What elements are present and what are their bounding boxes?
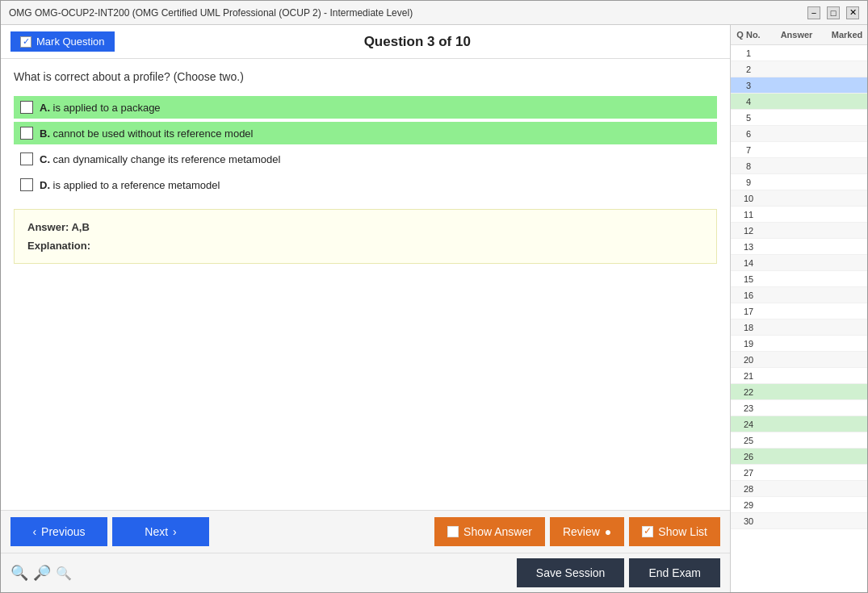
q-number: 9 xyxy=(731,177,766,187)
q-number: 6 xyxy=(731,129,766,139)
question-list-row[interactable]: 24 xyxy=(731,416,867,432)
explanation-text: Explanation: xyxy=(27,240,703,252)
question-list-row[interactable]: 17 xyxy=(731,303,867,319)
question-list-row[interactable]: 10 xyxy=(731,190,867,207)
options-list: A. is applied to a package B. cannot be … xyxy=(14,96,717,196)
window-controls: − □ ✕ xyxy=(807,6,859,19)
question-list-row[interactable]: 28 xyxy=(731,481,867,497)
question-list-row[interactable]: 2 xyxy=(731,61,867,77)
next-button[interactable]: Next › xyxy=(112,517,209,546)
review-dot-icon: ● xyxy=(605,525,611,538)
question-list-row[interactable]: 30 xyxy=(731,513,867,529)
q-number: 10 xyxy=(731,194,766,203)
question-list-row[interactable]: 26 xyxy=(731,449,867,465)
question-list-row[interactable]: 25 xyxy=(731,432,867,449)
show-list-button[interactable]: Show List xyxy=(629,517,720,546)
option-checkbox-A[interactable] xyxy=(20,101,33,114)
option-item[interactable]: C. can dynamically change its reference … xyxy=(14,148,717,170)
answer-text: Answer: A,B xyxy=(27,221,703,233)
show-list-label: Show List xyxy=(658,525,707,538)
option-item[interactable]: D. is applied to a reference metamodel xyxy=(14,173,717,196)
col-marked: Marked xyxy=(827,28,867,41)
q-number: 22 xyxy=(731,387,766,397)
option-item[interactable]: B. cannot be used without its reference … xyxy=(14,122,717,144)
show-answer-checkbox-icon xyxy=(447,526,459,537)
action-bar: 🔍 🔎 🔍 Save Session End Exam xyxy=(1,553,730,592)
previous-button[interactable]: ‹ Previous xyxy=(10,517,107,546)
question-list-row[interactable]: 23 xyxy=(731,400,867,416)
q-number: 28 xyxy=(731,484,766,494)
question-area: What is correct about a profile? (Choose… xyxy=(1,59,730,510)
show-answer-button[interactable]: Show Answer xyxy=(434,517,545,546)
end-exam-label: End Exam xyxy=(648,566,701,579)
question-list-row[interactable]: 11 xyxy=(731,207,867,223)
q-number: 16 xyxy=(731,290,766,300)
review-label: Review xyxy=(563,525,600,538)
answer-panel: Answer: A,B Explanation: xyxy=(14,209,717,264)
q-number: 25 xyxy=(731,436,766,445)
show-list-checkbox-icon xyxy=(642,526,653,537)
question-list-row[interactable]: 1 xyxy=(731,45,867,61)
q-number: 26 xyxy=(731,452,766,461)
prev-chevron-icon: ‹ xyxy=(32,525,36,538)
left-panel: ✓ Mark Question Question 3 of 10 What is… xyxy=(1,25,730,592)
question-list-row[interactable]: 4 xyxy=(731,94,867,110)
question-list-row[interactable]: 5 xyxy=(731,110,867,126)
question-list-row[interactable]: 9 xyxy=(731,174,867,190)
col-qno: Q No. xyxy=(731,28,766,41)
q-number: 15 xyxy=(731,274,766,284)
q-number: 1 xyxy=(731,48,766,58)
question-list-header: Q No. Answer Marked xyxy=(731,25,867,45)
main-window: OMG OMG-OCUP2-INT200 (OMG Certified UML … xyxy=(0,0,868,593)
question-list-row[interactable]: 27 xyxy=(731,465,867,481)
q-number: 11 xyxy=(731,210,766,219)
question-list-row[interactable]: 15 xyxy=(731,271,867,287)
save-session-label: Save Session xyxy=(536,566,606,579)
question-list-row[interactable]: 22 xyxy=(731,384,867,400)
option-text-D: D. is applied to a reference metamodel xyxy=(40,179,220,191)
option-checkbox-C[interactable] xyxy=(20,152,33,165)
minimize-button[interactable]: − xyxy=(807,6,820,19)
question-list-row[interactable]: 18 xyxy=(731,319,867,336)
show-answer-label: Show Answer xyxy=(463,525,532,538)
q-number: 17 xyxy=(731,307,766,316)
q-number: 18 xyxy=(731,323,766,332)
question-list-row[interactable]: 29 xyxy=(731,497,867,513)
question-list-row[interactable]: 7 xyxy=(731,142,867,158)
next-chevron-icon: › xyxy=(173,525,177,538)
zoom-out-icon[interactable]: 🔍 xyxy=(56,566,72,581)
question-text: What is correct about a profile? (Choose… xyxy=(14,70,717,83)
mark-question-button[interactable]: ✓ Mark Question xyxy=(10,31,115,52)
review-button[interactable]: Review ● xyxy=(550,517,624,546)
q-number: 27 xyxy=(731,468,766,478)
question-list-row[interactable]: 8 xyxy=(731,158,867,174)
question-list-row[interactable]: 12 xyxy=(731,223,867,239)
question-list-row[interactable]: 14 xyxy=(731,255,867,271)
maximize-button[interactable]: □ xyxy=(827,6,840,19)
q-number: 2 xyxy=(731,65,766,74)
option-text-A: A. is applied to a package xyxy=(40,102,161,114)
zoom-in-icon[interactable]: 🔍 xyxy=(10,564,28,582)
question-list-row[interactable]: 20 xyxy=(731,352,867,368)
question-list-row[interactable]: 3 xyxy=(731,77,867,94)
close-button[interactable]: ✕ xyxy=(846,6,859,19)
q-number: 13 xyxy=(731,242,766,252)
q-number: 29 xyxy=(731,500,766,510)
option-checkbox-D[interactable] xyxy=(20,178,33,191)
zoom-reset-icon[interactable]: 🔎 xyxy=(33,564,51,582)
question-list-row[interactable]: 21 xyxy=(731,368,867,384)
option-item[interactable]: A. is applied to a package xyxy=(14,96,717,119)
option-checkbox-B[interactable] xyxy=(20,127,33,140)
col-answer: Answer xyxy=(766,28,827,41)
question-list-body[interactable]: 1 2 3 4 5 6 7 8 9 10 11 xyxy=(731,45,867,592)
q-number: 4 xyxy=(731,97,766,106)
question-list-row[interactable]: 16 xyxy=(731,287,867,303)
question-list-row[interactable]: 19 xyxy=(731,336,867,352)
end-exam-button[interactable]: End Exam xyxy=(629,558,720,587)
question-list-row[interactable]: 6 xyxy=(731,126,867,142)
q-number: 19 xyxy=(731,339,766,349)
question-list-row[interactable]: 13 xyxy=(731,239,867,255)
save-session-button[interactable]: Save Session xyxy=(517,558,625,587)
q-number: 14 xyxy=(731,258,766,268)
mark-checkbox-icon: ✓ xyxy=(20,36,31,48)
